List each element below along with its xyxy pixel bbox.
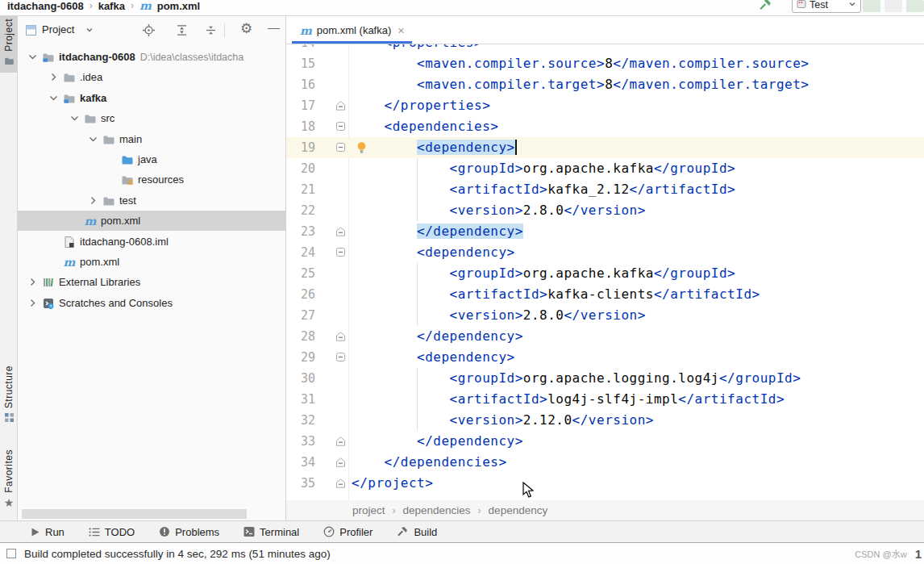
line-number: 29	[286, 347, 315, 368]
chevron-down-icon[interactable]	[66, 113, 82, 123]
chevron-down-icon[interactable]	[85, 134, 101, 144]
close-icon[interactable]: ×	[397, 24, 404, 37]
code-line-25[interactable]: 25 <groupId>org.apache.kafka</groupId>	[286, 263, 924, 284]
problems-icon	[159, 526, 170, 537]
fold-marker-icon[interactable]	[336, 457, 345, 467]
code-line-30[interactable]: 30 <groupId>org.apache.logging.log4j</gr…	[286, 368, 924, 389]
collapse-all-icon[interactable]	[205, 24, 217, 36]
tree-item-kafka[interactable]: kafka	[18, 88, 285, 108]
code-line-15[interactable]: 15 <maven.compiler.source>8</maven.compi…	[286, 53, 924, 74]
fold-marker-icon[interactable]	[336, 101, 345, 111]
chevron-down-icon[interactable]	[24, 52, 40, 62]
fold-marker-icon[interactable]	[336, 332, 345, 341]
settings-icon[interactable]: ⚙	[240, 22, 252, 36]
locate-icon[interactable]	[143, 24, 155, 36]
tool-button-terminal[interactable]: Terminal	[243, 526, 299, 538]
line-number: 19	[286, 137, 315, 158]
build-hammer-icon[interactable]	[759, 0, 772, 15]
ide-window: { "colors": { "tab_accent": "#3B74E0", "…	[0, 0, 924, 564]
breadcrumb-item-kafka[interactable]: kafka	[98, 0, 125, 12]
horizontal-scrollbar[interactable]	[22, 509, 247, 519]
tab-pom-xml[interactable]: m pom.xml (kafka) ×	[292, 19, 412, 44]
breadcrumb: itdachang-0608›kafka›mpom.xml	[0, 0, 924, 14]
tree-item-resources[interactable]: resources	[18, 169, 285, 190]
tree-item-pom-xml[interactable]: mpom.xml	[18, 252, 285, 272]
code-text: <dependency>	[352, 347, 515, 368]
fold-marker-icon[interactable]	[336, 478, 345, 488]
tree-item-label: test	[119, 194, 136, 207]
fold-marker-icon[interactable]	[336, 122, 345, 131]
line-number: 14	[286, 44, 315, 53]
tool-button-problems[interactable]: Problems	[159, 526, 219, 538]
stripe-tab-project-label: Project	[3, 19, 15, 52]
code-editor[interactable]: 14 <properties>15 <maven.compiler.source…	[286, 44, 924, 500]
xml-breadcrumb-dependencies[interactable]: dependencies	[403, 504, 471, 516]
tool-button-build[interactable]: Build	[397, 526, 437, 538]
code-line-18[interactable]: 18 <dependencies>	[286, 116, 924, 137]
resources-folder-icon	[119, 173, 135, 186]
stripe-tab-project[interactable]: Project	[0, 16, 18, 73]
code-line-21[interactable]: 21 <artifactId>kafka_2.12</artifactId>	[286, 179, 924, 200]
code-line-23[interactable]: 23 </dependency>	[286, 221, 924, 242]
chevron-right-icon[interactable]	[85, 195, 101, 206]
line-number: 25	[286, 263, 315, 284]
tree-item--idea[interactable]: .idea	[18, 67, 285, 87]
tool-button-label: Problems	[175, 526, 219, 538]
chevron-down-icon[interactable]	[85, 26, 94, 34]
breadcrumb-item-itdachang-0608[interactable]: itdachang-0608	[7, 0, 84, 12]
chevron-down-icon[interactable]	[45, 93, 61, 103]
fold-marker-icon[interactable]	[336, 437, 345, 446]
fold-marker-icon[interactable]	[336, 227, 345, 236]
fold-marker-icon[interactable]	[336, 353, 345, 361]
hide-panel-icon[interactable]: —	[268, 21, 280, 33]
structure-icon	[4, 412, 15, 423]
chevron-right-icon[interactable]	[24, 277, 40, 287]
code-line-24[interactable]: 24 <dependency>	[286, 242, 924, 263]
tool-button-run[interactable]: Run	[30, 526, 65, 538]
code-line-26[interactable]: 26 <artifactId>kafka-clients</artifactId…	[286, 284, 924, 305]
code-line-14[interactable]: 14 <properties>	[286, 44, 924, 53]
code-line-27[interactable]: 27 <version>2.8.0</version>	[286, 305, 924, 326]
tree-item-scratches-and-consoles[interactable]: Scratches and Consoles	[18, 293, 285, 313]
tree-item-label: kafka	[80, 92, 106, 104]
project-view-title[interactable]: Project	[42, 23, 74, 36]
code-line-35[interactable]: 35</project>	[286, 473, 924, 494]
source-folder-icon	[119, 153, 135, 166]
tree-item-external-libraries[interactable]: External Libraries	[18, 272, 285, 292]
folder-icon	[82, 112, 98, 125]
status-frame-icon	[6, 549, 16, 558]
code-line-28[interactable]: 28 </dependency>	[286, 326, 924, 347]
code-text: <groupId>org.apache.kafka</groupId>	[352, 263, 735, 284]
tree-item-itdachang-0608-iml[interactable]: itdachang-0608.iml	[18, 232, 285, 252]
tree-item-itdachang-0608[interactable]: itdachang-0608D:\idea\classes\itdacha	[18, 47, 285, 67]
chevron-right-icon[interactable]	[24, 298, 40, 308]
code-line-32[interactable]: 32 <version>2.12.0</version>	[286, 410, 924, 431]
xml-breadcrumb-dependency[interactable]: dependency	[489, 504, 548, 516]
code-line-22[interactable]: 22 <version>2.8.0</version>	[286, 200, 924, 221]
chevron-right-icon[interactable]	[45, 72, 61, 82]
tree-item-java[interactable]: java	[18, 149, 285, 169]
code-line-33[interactable]: 33 </dependency>	[286, 431, 924, 452]
stripe-tab-structure[interactable]: Structure	[0, 363, 18, 425]
expand-all-icon[interactable]	[176, 24, 188, 36]
code-line-34[interactable]: 34 </dependencies>	[286, 452, 924, 473]
fold-marker-icon[interactable]	[336, 248, 345, 257]
code-line-29[interactable]: 29 <dependency>	[286, 347, 924, 368]
tree-item-test[interactable]: test	[18, 190, 285, 211]
code-line-17[interactable]: 17 </properties>	[286, 95, 924, 116]
fold-marker-icon[interactable]	[336, 143, 345, 152]
code-line-31[interactable]: 31 <artifactId>log4j-slf4j-impl</artifac…	[286, 389, 924, 410]
breadcrumb-item-pom-xml[interactable]: pom.xml	[157, 0, 200, 12]
code-line-20[interactable]: 20 <groupId>org.apache.kafka</groupId>	[286, 158, 924, 179]
tree-item-src[interactable]: src	[18, 108, 285, 128]
code-text: </dependencies>	[352, 452, 507, 473]
tool-button-todo[interactable]: TODO	[89, 526, 135, 538]
stripe-tab-favorites[interactable]: Favorites ★	[0, 447, 18, 511]
tree-item-pom-xml[interactable]: mpom.xml	[18, 211, 285, 231]
xml-breadcrumb-project[interactable]: project	[352, 504, 385, 516]
tree-item-main[interactable]: main	[18, 129, 285, 149]
run-configuration-select[interactable]: Test	[792, 0, 861, 13]
code-line-19[interactable]: 19 <dependency>	[286, 137, 924, 158]
tool-button-profiler[interactable]: Profiler	[323, 526, 373, 538]
code-line-16[interactable]: 16 <maven.compiler.target>8</maven.compi…	[286, 74, 924, 95]
